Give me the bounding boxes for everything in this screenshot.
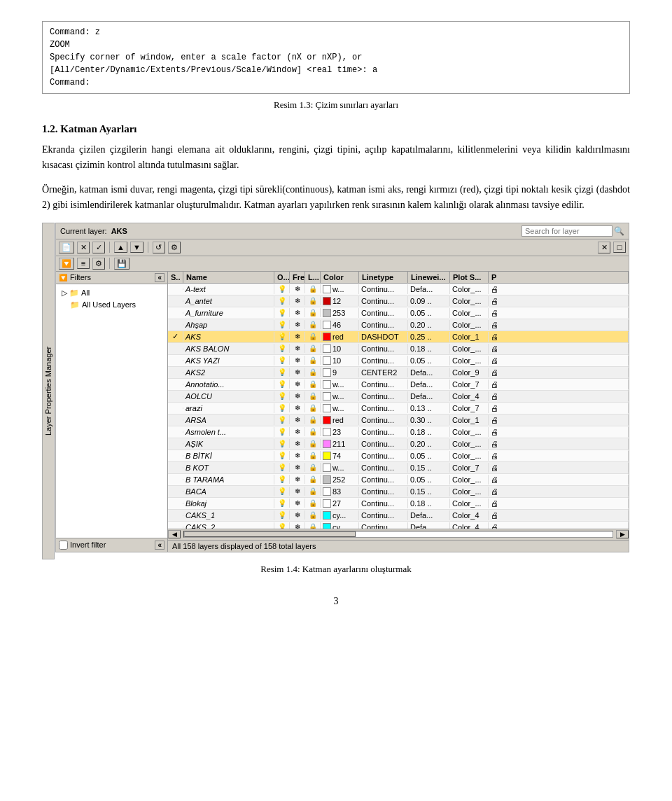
row-linetype[interactable]: Continu...	[359, 308, 408, 318]
row-on[interactable]: 💡	[274, 356, 290, 365]
row-color[interactable]: 211	[321, 439, 359, 449]
row-on[interactable]: 💡	[274, 368, 290, 377]
row-last[interactable]: 🖨	[489, 344, 629, 354]
row-linewei[interactable]: 0.18 ..	[408, 499, 450, 508]
table-row[interactable]: Ahşap 💡 ❄ 🔒 46 Continu... 0.20 .. Color_…	[168, 319, 629, 331]
table-row[interactable]: A_antet 💡 ❄ 🔒 12 Continu... 0.09 .. Colo…	[168, 295, 629, 307]
table-row[interactable]: AKS2 💡 ❄ 🔒 9 CENTER2 Defa... Color_9 🖨	[168, 367, 629, 379]
row-linetype[interactable]: Continu...	[359, 439, 408, 449]
row-linetype[interactable]: Continu...	[359, 463, 408, 473]
row-color[interactable]: red	[321, 415, 359, 425]
filter-new-btn[interactable]: 🔽	[59, 258, 74, 270]
row-last[interactable]: 🖨	[489, 487, 629, 496]
hscroll-track[interactable]	[183, 531, 613, 538]
col-freeze[interactable]: Fre...	[290, 272, 305, 283]
row-linewei[interactable]: 0.30 ..	[408, 415, 450, 425]
row-color[interactable]: w...	[321, 391, 359, 401]
row-freeze[interactable]: ❄	[290, 415, 305, 424]
row-on[interactable]: 💡	[274, 403, 290, 412]
row-name[interactable]: B KOT	[183, 463, 274, 473]
filter-all-used[interactable]: 📁 All Used Layers	[59, 299, 164, 311]
state-btn[interactable]: 💾	[114, 258, 130, 270]
row-freeze[interactable]: ❄	[290, 308, 305, 317]
row-color[interactable]: 252	[321, 475, 359, 485]
row-lock[interactable]: 🔒	[305, 439, 321, 448]
row-linewei[interactable]: 0.20 ..	[408, 439, 450, 449]
table-row[interactable]: ARSA 💡 ❄ 🔒 red Continu... 0.30 .. Color_…	[168, 415, 629, 426]
row-lock[interactable]: 🔒	[305, 427, 321, 436]
row-plots[interactable]: Color_...	[450, 308, 489, 318]
col-color[interactable]: Color	[321, 272, 359, 283]
row-lock[interactable]: 🔒	[305, 344, 321, 353]
new-layer-btn[interactable]: 📄	[59, 242, 74, 253]
row-plots[interactable]: Color_1	[450, 415, 489, 425]
col-linetype[interactable]: Linetype	[359, 272, 408, 283]
table-row[interactable]: Blokaj 💡 ❄ 🔒 27 Continu... 0.18 .. Color…	[168, 498, 629, 510]
row-linewei[interactable]: 0.18 ..	[408, 427, 450, 437]
row-lock[interactable]: 🔒	[305, 356, 321, 365]
row-color[interactable]: 10	[321, 356, 359, 365]
row-freeze[interactable]: ❄	[290, 344, 305, 353]
row-color[interactable]: w...	[321, 284, 359, 294]
row-linetype[interactable]: Continu...	[359, 356, 408, 365]
row-last[interactable]: 🖨	[489, 499, 629, 508]
row-on[interactable]: 💡	[274, 510, 290, 520]
row-linetype[interactable]: Continu...	[359, 320, 408, 330]
row-color[interactable]: 83	[321, 487, 359, 496]
row-last[interactable]: 🖨	[489, 427, 629, 437]
row-linetype[interactable]: Continu...	[359, 427, 408, 437]
row-name[interactable]: Blokaj	[183, 499, 274, 508]
row-linetype[interactable]: DASHDOT	[359, 332, 408, 342]
row-name[interactable]: AKS YAZI	[183, 356, 274, 365]
row-lock[interactable]: 🔒	[305, 332, 321, 341]
row-color[interactable]: 27	[321, 499, 359, 508]
row-lock[interactable]: 🔒	[305, 510, 321, 520]
search-input[interactable]	[522, 225, 612, 237]
row-lock[interactable]: 🔒	[305, 475, 321, 484]
row-freeze[interactable]: ❄	[290, 284, 305, 293]
table-row[interactable]: CAKS_2 💡 ❄ 🔒 cy... Continu... Defa... Co…	[168, 522, 629, 529]
invert-filter-checkbox[interactable]	[59, 541, 68, 550]
table-row[interactable]: Asmolen t... 💡 ❄ 🔒 23 Continu... 0.18 ..…	[168, 426, 629, 438]
row-linewei[interactable]: 0.20 ..	[408, 320, 450, 330]
row-plots[interactable]: Color_...	[450, 499, 489, 508]
row-on[interactable]: 💡	[274, 451, 290, 460]
row-last[interactable]: 🖨	[489, 415, 629, 425]
row-name[interactable]: B BİTKİ	[183, 451, 274, 461]
scroll-left-btn[interactable]: ◀	[168, 530, 181, 538]
row-linewei[interactable]: Defa...	[408, 368, 450, 377]
row-lock[interactable]: 🔒	[305, 296, 321, 305]
row-linetype[interactable]: Continu...	[359, 510, 408, 520]
row-on[interactable]: 💡	[274, 439, 290, 448]
search-icon[interactable]: 🔍	[614, 226, 624, 236]
row-on[interactable]: 💡	[274, 308, 290, 317]
row-lock[interactable]: 🔒	[305, 403, 321, 412]
row-on[interactable]: 💡	[274, 332, 290, 341]
row-last[interactable]: 🖨	[489, 308, 629, 318]
row-linetype[interactable]: Continu...	[359, 296, 408, 306]
row-freeze[interactable]: ❄	[290, 487, 305, 496]
collapse-filter-btn[interactable]: «	[155, 273, 164, 282]
row-linetype[interactable]: CENTER2	[359, 368, 408, 377]
row-on[interactable]: 💡	[274, 415, 290, 424]
row-freeze[interactable]: ❄	[290, 463, 305, 472]
row-lock[interactable]: 🔒	[305, 415, 321, 424]
row-lock[interactable]: 🔒	[305, 320, 321, 329]
row-name[interactable]: Asmolen t...	[183, 427, 274, 437]
row-last[interactable]: 🖨	[489, 475, 629, 485]
row-freeze[interactable]: ❄	[290, 320, 305, 329]
row-plots[interactable]: Color_4	[450, 391, 489, 401]
row-linewei[interactable]: Defa...	[408, 522, 450, 529]
settings-btn[interactable]: ⚙	[168, 242, 181, 253]
filter-properties-btn[interactable]: ⚙	[92, 258, 105, 270]
row-on[interactable]: 💡	[274, 427, 290, 436]
row-on[interactable]: 💡	[274, 522, 290, 529]
delete-layer-btn[interactable]: ✕	[77, 242, 90, 253]
row-plots[interactable]: Color_...	[450, 284, 489, 294]
row-color[interactable]: 9	[321, 368, 359, 377]
row-last[interactable]: 🖨	[489, 296, 629, 306]
row-lock[interactable]: 🔒	[305, 379, 321, 389]
table-row[interactable]: arazi 💡 ❄ 🔒 w... Continu... 0.13 .. Colo…	[168, 403, 629, 415]
col-on[interactable]: O...	[274, 272, 290, 283]
row-plots[interactable]: Color_...	[450, 344, 489, 354]
